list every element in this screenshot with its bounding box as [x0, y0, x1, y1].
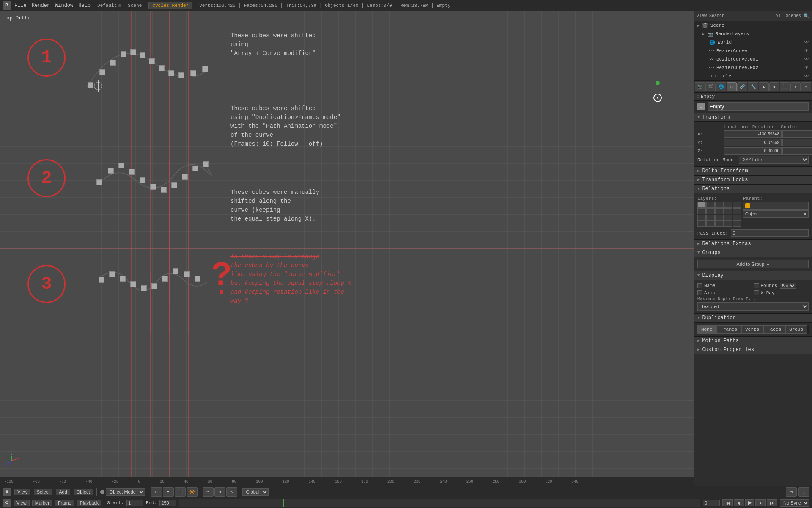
layer-12[interactable]: [706, 215, 715, 221]
textured-select[interactable]: Textured: [697, 302, 809, 311]
help-menu[interactable]: Help: [78, 3, 91, 8]
parent-type-field[interactable]: [743, 210, 801, 218]
relations-extras-header[interactable]: ▼ Relations Extras: [694, 240, 812, 248]
viewport-type-icon[interactable]: 🖥: [3, 488, 11, 496]
layer-1[interactable]: [697, 202, 706, 208]
outliner-row-bezier2[interactable]: 〰 BezierCurve.001 👁: [694, 55, 812, 64]
physics-props-btn[interactable]: ⚡: [801, 82, 811, 91]
outliner-row-bezier1[interactable]: 〰 BezierCurve 👁: [694, 47, 812, 55]
outliner-scenes[interactable]: All Scenes: [776, 14, 801, 18]
layer-9[interactable]: [724, 208, 732, 214]
material-props-btn[interactable]: ●: [769, 82, 779, 91]
layer-3[interactable]: [715, 202, 724, 208]
bounds-type-select[interactable]: Box: [780, 283, 796, 289]
modifier-props-btn[interactable]: 🔧: [748, 82, 758, 91]
outliner-search-btn[interactable]: Search: [709, 14, 724, 18]
engine-dropdown[interactable]: Cycles Render: [148, 2, 192, 9]
window-menu[interactable]: Window: [55, 3, 73, 8]
layer-16[interactable]: [697, 221, 706, 227]
sync-select[interactable]: No Sync: [780, 499, 809, 507]
shading-wire-btn[interactable]: ◻: [151, 487, 162, 497]
xray-checkbox[interactable]: [754, 290, 759, 295]
transform-section-header[interactable]: ▼ Transform: [694, 113, 812, 122]
proportional-btn[interactable]: ◎: [798, 487, 809, 497]
relations-section-header[interactable]: ▼ Relations: [694, 185, 812, 193]
file-menu[interactable]: File: [14, 3, 27, 8]
mode-select[interactable]: Object Mode: [106, 488, 145, 496]
layer-11[interactable]: [697, 215, 706, 221]
loc-z-field[interactable]: [724, 147, 782, 155]
add-to-group-btn[interactable]: Add to Group +: [697, 260, 809, 268]
dupli-tab-none[interactable]: None: [697, 325, 716, 334]
rot-x-field[interactable]: [782, 130, 812, 138]
layer-14[interactable]: [724, 215, 732, 221]
outliner-row-world[interactable]: 🌐 World 👁: [694, 38, 812, 47]
texture-props-btn[interactable]: ⬛: [780, 82, 790, 91]
layer-6[interactable]: [697, 208, 706, 214]
snap-btn[interactable]: ⊞: [786, 487, 797, 497]
name-checkbox[interactable]: [697, 283, 702, 288]
layer-17[interactable]: [706, 221, 715, 227]
layer-20[interactable]: [733, 221, 741, 227]
duplication-section-header[interactable]: ▼ Duplication: [694, 314, 812, 323]
rotation-mode-select[interactable]: XYZ Euler: [739, 156, 809, 164]
prev-frame-btn[interactable]: ⏴: [734, 499, 744, 506]
layer-19[interactable]: [724, 221, 732, 227]
layer-18[interactable]: [715, 221, 724, 227]
timeline-view-btn[interactable]: View: [14, 500, 30, 506]
timeline-icon[interactable]: ⏱: [3, 499, 11, 507]
outliner-view-btn[interactable]: View: [697, 14, 707, 18]
axis-checkbox[interactable]: [697, 290, 702, 295]
outliner-row-scene[interactable]: ▶ 🎬 Scene: [694, 21, 812, 30]
frame-btn[interactable]: Frame: [55, 500, 74, 506]
current-frame-field[interactable]: [703, 500, 720, 506]
rot-z-field[interactable]: [782, 147, 812, 155]
start-frame-field[interactable]: [126, 500, 143, 506]
play-btn[interactable]: ▶: [745, 499, 754, 506]
bounds-checkbox[interactable]: [754, 283, 759, 288]
outliner-row-bezier3[interactable]: 〰 BezierCurve.002 👁: [694, 64, 812, 72]
grab-btn[interactable]: ↔: [203, 487, 214, 497]
rot-y-field[interactable]: [782, 139, 812, 146]
shading-render-btn[interactable]: 🔆: [187, 487, 198, 497]
layer-7[interactable]: [706, 208, 715, 214]
layer-15[interactable]: [733, 215, 741, 221]
next-frame-btn[interactable]: ⏵: [755, 499, 766, 506]
timeline-ruler[interactable]: [179, 499, 700, 507]
obj-name-field[interactable]: [708, 102, 809, 111]
pass-index-field[interactable]: [731, 229, 809, 237]
object-btn[interactable]: Object: [74, 489, 93, 495]
particles-props-btn[interactable]: ✦: [790, 82, 801, 91]
outliner-search-icon[interactable]: 🔍: [804, 13, 809, 19]
data-props-btn[interactable]: ▲: [759, 82, 769, 91]
playback-btn[interactable]: Playback: [77, 500, 102, 506]
render-props-btn[interactable]: 📷: [695, 82, 705, 91]
global-select[interactable]: Global: [242, 488, 269, 496]
groups-section-header[interactable]: ▼ Groups: [694, 248, 812, 257]
top-menu[interactable]: File Render Window Help: [14, 3, 91, 8]
outliner-row-circle[interactable]: ○ Circle 👁: [694, 72, 812, 80]
constraint-props-btn[interactable]: 🔗: [737, 82, 747, 91]
viewport[interactable]: Top Ortho 1 2 3: [0, 11, 694, 486]
dupli-tab-verts[interactable]: Verts: [741, 325, 763, 334]
end-frame-field[interactable]: [159, 500, 176, 506]
loc-x-field[interactable]: [724, 130, 782, 138]
jump-start-btn[interactable]: ⏮: [722, 499, 733, 506]
layer-10[interactable]: [733, 208, 741, 214]
dupli-tab-faces[interactable]: Faces: [763, 325, 785, 334]
marker-btn[interactable]: Marker: [32, 500, 52, 506]
view-btn[interactable]: View: [14, 489, 30, 495]
object-props-btn[interactable]: □: [727, 82, 737, 91]
display-section-header[interactable]: ▼ Display: [694, 271, 812, 280]
delta-transform-header[interactable]: ▼ Delta Transform: [694, 167, 812, 176]
custom-props-header[interactable]: ▼ Custom Properties: [694, 345, 812, 354]
layer-13[interactable]: [715, 215, 724, 221]
transform-locks-header[interactable]: ▼ Transform Locks: [694, 176, 812, 185]
rotate-btn[interactable]: ↻: [214, 487, 225, 497]
dupli-tab-frames[interactable]: Frames: [716, 325, 741, 334]
layer-2[interactable]: [706, 202, 715, 208]
jump-end-btn[interactable]: ⏭: [767, 499, 777, 506]
select-btn[interactable]: Select: [34, 489, 53, 495]
motion-paths-header[interactable]: ▼ Motion Paths: [694, 337, 812, 345]
scene-props-btn[interactable]: 🎬: [705, 82, 716, 91]
